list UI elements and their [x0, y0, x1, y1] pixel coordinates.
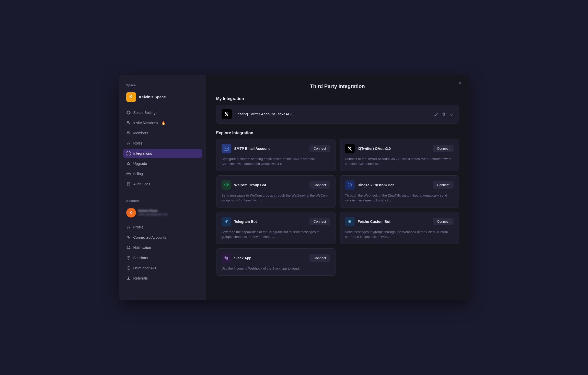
connected-icon — [126, 235, 131, 240]
dingtalk-icon — [345, 180, 355, 190]
referrals-icon — [126, 276, 131, 281]
svg-point-2 — [127, 131, 129, 133]
svg-point-20 — [227, 184, 228, 185]
svg-rect-6 — [129, 152, 130, 153]
user-name: Kelvin Poon — [139, 209, 168, 213]
smtp-desc: Configure a custom sending email based o… — [222, 156, 330, 166]
integration-card-slack: Slack App Connect Use the Incoming Webho… — [216, 248, 336, 276]
audit-icon — [126, 182, 131, 186]
svg-point-19 — [227, 184, 227, 185]
connected-accounts-label: Connected Accounts — [133, 235, 166, 239]
svg-point-3 — [129, 132, 130, 133]
space-section-label: Space — [123, 82, 202, 89]
sidebar-item-roles[interactable]: Roles — [123, 139, 202, 148]
slack-icon — [222, 253, 231, 263]
svg-point-18 — [226, 185, 226, 185]
user-info: K Kelvin Poon kelvs.per@gmail.com — [123, 206, 202, 220]
slack-desc: Use the Incoming Webhook of the Slack ap… — [222, 266, 330, 271]
svg-point-11 — [128, 226, 129, 227]
integration-card-smtp: SMTP Email Account Connect Configure a c… — [216, 139, 336, 171]
sidebar-item-profile[interactable]: Profile — [123, 223, 202, 232]
upgrade-icon — [126, 161, 131, 166]
delete-icon[interactable] — [442, 112, 446, 116]
dingtalk-title: DingTalk Custom Bot — [358, 183, 394, 187]
svg-point-16 — [226, 184, 229, 185]
svg-point-15 — [224, 184, 227, 186]
dingtalk-desc: Through the Webhook of the DingTalk cust… — [345, 193, 454, 203]
smtp-connect-button[interactable]: Connect — [309, 145, 330, 152]
svg-rect-14 — [224, 147, 229, 150]
my-integration-item: Testing Twitter Account - fakeABC — [216, 105, 459, 124]
svg-rect-9 — [127, 173, 130, 175]
roles-label: Roles — [133, 141, 143, 145]
sidebar-item-invite-members[interactable]: Invite Members 🔥 — [123, 118, 202, 127]
developer-api-label: Developer API — [133, 266, 156, 270]
edit-icon[interactable] — [434, 112, 438, 116]
twitter-icon — [345, 144, 355, 153]
twitter-title: X(Twitter) OAuth2.0 — [358, 147, 391, 151]
integration-card-telegram: Telegram Bot Connect Leverage the capabi… — [216, 212, 336, 244]
refresh-icon[interactable] — [449, 112, 454, 116]
integration-actions — [434, 112, 454, 116]
upgrade-label: Upgrade — [133, 162, 147, 166]
smtp-title: SMTP Email Account — [234, 147, 270, 151]
svg-point-0 — [128, 112, 129, 113]
slack-connect-button[interactable]: Connect — [309, 254, 330, 262]
svg-rect-7 — [127, 154, 128, 155]
integration-card-feishu: Feishu Custom Bot Connect Send messages … — [340, 212, 459, 244]
modal-overlay: Space K Kelvin's Space Space Settings — [119, 75, 469, 300]
fire-badge: 🔥 — [161, 121, 166, 125]
telegram-title: Telegram Bot — [234, 220, 257, 224]
sidebar-item-developer-api[interactable]: Developer API — [123, 263, 202, 273]
main-content: × Third Party Integration My Integration… — [206, 75, 469, 300]
twitter-connect-button[interactable]: Connect — [433, 145, 453, 152]
sessions-label: Sessions — [133, 256, 148, 260]
space-name: Kelvin's Space — [139, 95, 166, 99]
integration-card-twitter: X(Twitter) OAuth2.0 Connect Connect to t… — [340, 139, 459, 171]
close-button[interactable]: × — [456, 79, 464, 88]
notification-label: Notification — [133, 246, 151, 250]
space-settings-label: Space Settings — [133, 111, 157, 115]
explore-integration-title: Explore Integration — [216, 131, 459, 135]
sessions-icon — [126, 256, 131, 260]
sidebar-item-upgrade[interactable]: Upgrade — [123, 159, 202, 168]
sidebar-item-integrations[interactable]: Integrations — [123, 149, 202, 158]
telegram-desc: Leverage the capabilities of the Telegra… — [222, 229, 330, 239]
audit-logs-label: Audit Logs — [133, 182, 150, 186]
sidebar-item-billing[interactable]: Billing — [123, 169, 202, 178]
sidebar-item-sessions[interactable]: Sessions — [123, 253, 202, 262]
wecom-icon — [222, 180, 231, 190]
user-email: kelvs.per@gmail.com — [139, 213, 168, 216]
twitter-desc: Connect to the Twitter account via OAuth… — [345, 156, 454, 166]
twitter-logo — [222, 109, 232, 119]
members-icon — [126, 131, 131, 135]
telegram-icon — [222, 217, 231, 226]
integrations-icon — [126, 151, 131, 156]
sidebar-item-connected-accounts[interactable]: Connected Accounts — [123, 233, 202, 242]
telegram-connect-button[interactable]: Connect — [309, 218, 330, 225]
integration-card-wecom: WeCom Group Bot Connect Send messages to… — [216, 175, 336, 208]
space-header: K Kelvin's Space — [123, 90, 202, 104]
feishu-title: Feishu Custom Bot — [358, 220, 390, 224]
profile-icon — [126, 225, 131, 229]
wecom-connect-button[interactable]: Connect — [309, 181, 330, 189]
sidebar-item-referrals[interactable]: Referrals — [123, 274, 202, 283]
page-title: Third Party Integration — [216, 83, 459, 89]
profile-label: Profile — [133, 225, 144, 229]
feishu-connect-button[interactable]: Connect — [433, 218, 453, 225]
sidebar-item-notification[interactable]: Notification — [123, 243, 202, 252]
svg-point-1 — [127, 121, 129, 123]
feishu-icon — [345, 217, 355, 226]
my-integration-title: My Integration — [216, 96, 459, 101]
integration-card-dingtalk: DingTalk Custom Bot Connect Through the … — [340, 175, 459, 208]
smtp-icon — [222, 144, 231, 153]
sidebar-item-audit-logs[interactable]: Audit Logs — [123, 179, 202, 189]
integration-name: Testing Twitter Account - fakeABC — [236, 112, 430, 116]
svg-point-4 — [128, 142, 129, 143]
svg-rect-8 — [129, 154, 130, 155]
sidebar-item-space-settings[interactable]: Space Settings — [123, 108, 202, 117]
sidebar-item-members[interactable]: Members — [123, 128, 202, 138]
dingtalk-connect-button[interactable]: Connect — [433, 181, 453, 189]
billing-label: Billing — [133, 172, 143, 176]
developer-icon — [126, 266, 131, 270]
